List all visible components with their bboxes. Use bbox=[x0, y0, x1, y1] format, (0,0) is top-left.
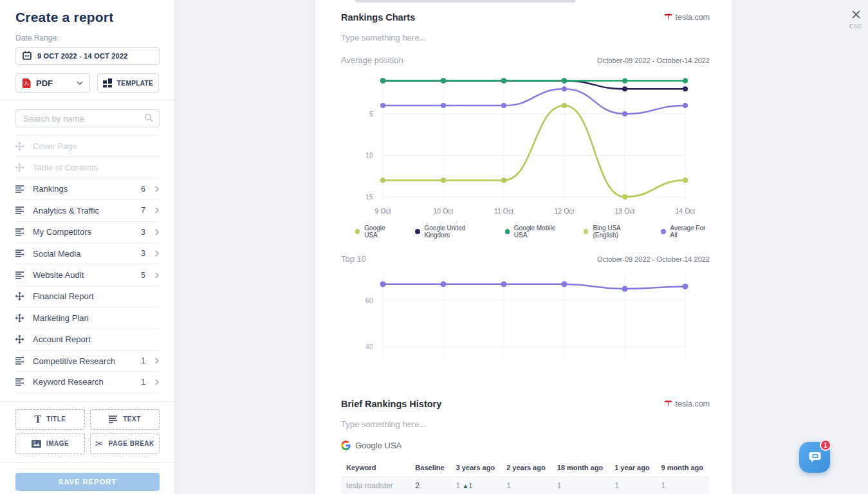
domain-chip: tesla.com bbox=[664, 13, 710, 22]
report-sections-list: Cover Page Table of Contents Rankings 6 … bbox=[15, 135, 159, 393]
list-icon bbox=[15, 185, 24, 193]
close-icon bbox=[851, 10, 861, 19]
rank-cell: 1 bbox=[501, 477, 552, 494]
search-icon bbox=[144, 113, 154, 125]
rank-cell: 1 ▲1 bbox=[451, 477, 502, 494]
drag-handle-icon bbox=[15, 163, 24, 172]
sidebar-item-cover-page[interactable]: Cover Page bbox=[15, 135, 159, 156]
note-placeholder[interactable]: Type something here... bbox=[341, 419, 710, 429]
svg-text:40: 40 bbox=[365, 343, 373, 351]
legend-item-google-usa[interactable]: Google USA bbox=[355, 224, 396, 239]
svg-text:5: 5 bbox=[369, 110, 373, 118]
legend-item-google-uk[interactable]: Google United Kingdom bbox=[415, 224, 486, 239]
note-placeholder[interactable]: Type something here... bbox=[341, 33, 710, 42]
search-engine-name: Google USA bbox=[355, 441, 402, 450]
title-icon: T bbox=[35, 415, 42, 424]
chart-label: Top 10 bbox=[341, 254, 366, 264]
rankings-history-table: Keyword Baseline 3 years ago 2 years ago… bbox=[341, 461, 710, 494]
rank-cell: 1 bbox=[656, 477, 710, 494]
column-header: Keyword bbox=[341, 461, 410, 477]
chart-date-range: October-09 2022 - October-14 2022 bbox=[597, 255, 710, 263]
chart-label: Average position bbox=[341, 55, 403, 65]
svg-text:13 Oct: 13 Oct bbox=[615, 207, 635, 215]
legend-dot bbox=[661, 229, 665, 234]
domain-chip: tesla.com bbox=[664, 399, 710, 408]
sidebar-item-my-competitors[interactable]: My Competitors 3 bbox=[15, 221, 159, 242]
sidebar-item-account-report[interactable]: Account Report bbox=[15, 329, 159, 350]
sidebar-item-table-of-contents[interactable]: Table of Contents bbox=[15, 156, 159, 178]
sidebar-item-competitive-research[interactable]: Competitive Research 1 bbox=[15, 350, 159, 371]
insert-page-break-button[interactable]: ✂ PAGE BREAK bbox=[90, 434, 160, 454]
date-range-label: Date Range: bbox=[0, 25, 174, 42]
svg-text:60: 60 bbox=[365, 297, 373, 304]
legend-item-average-for-all[interactable]: Average For All bbox=[661, 224, 710, 239]
sidebar-item-website-audit[interactable]: Website Audit 5 bbox=[15, 264, 159, 285]
close-button[interactable]: ESC bbox=[845, 10, 867, 30]
svg-text:15: 15 bbox=[365, 193, 373, 201]
drag-handle-icon bbox=[15, 335, 24, 343]
average-position-chart: 9 Oct10 Oct11 Oct12 Oct13 Oct14 Oct51015 bbox=[341, 66, 714, 221]
keyword-cell: tesla roadster bbox=[341, 477, 410, 494]
report-builder-app: Create a report Date Range: 9 OCT 2022 -… bbox=[0, 0, 868, 494]
svg-text:10: 10 bbox=[365, 151, 373, 159]
template-button[interactable]: TEMPLATE bbox=[97, 73, 159, 93]
svg-text:14 Oct: 14 Oct bbox=[676, 207, 696, 215]
template-grid-icon bbox=[103, 78, 112, 87]
calendar-icon bbox=[23, 51, 32, 62]
insert-text-button[interactable]: TEXT bbox=[90, 409, 160, 430]
report-canvas: Rankings Charts tesla.com Type something… bbox=[315, 0, 732, 494]
save-report-button[interactable]: SAVE REPORT bbox=[15, 473, 160, 491]
list-icon bbox=[15, 250, 24, 257]
sidebar-item-rankings[interactable]: Rankings 6 bbox=[15, 178, 159, 199]
date-range-picker[interactable]: 9 OCT 2022 - 14 OCT 2022 bbox=[15, 47, 160, 65]
insert-title-button[interactable]: T TITLE bbox=[15, 409, 85, 430]
table-row[interactable]: tesla roadster 2 1 ▲1 1 1 1 1 bbox=[341, 477, 710, 494]
drag-handle-icon bbox=[15, 314, 24, 322]
sidebar-item-marketing-plan[interactable]: Marketing Plan bbox=[15, 307, 159, 328]
drag-handle-icon bbox=[15, 142, 24, 151]
search-input[interactable] bbox=[15, 109, 160, 127]
svg-text:9 Oct: 9 Oct bbox=[374, 207, 391, 215]
svg-text:10 Oct: 10 Oct bbox=[434, 207, 454, 215]
tesla-logo-icon bbox=[664, 14, 672, 22]
baseline-cell: 2 bbox=[410, 477, 450, 494]
column-header: 1 year ago bbox=[609, 461, 656, 477]
pdf-icon bbox=[23, 78, 31, 88]
sidebar-item-analytics-traffic[interactable]: Analytics & Traffic 7 bbox=[15, 199, 159, 221]
column-header: 9 month ago bbox=[656, 461, 710, 477]
list-icon bbox=[15, 378, 24, 386]
column-header: 18 month ago bbox=[552, 461, 610, 477]
chat-bubble-icon bbox=[808, 450, 822, 464]
column-header: Baseline bbox=[410, 461, 450, 477]
legend-dot bbox=[415, 229, 420, 234]
domain-name: tesla.com bbox=[676, 13, 710, 22]
rank-delta: ▲1 bbox=[463, 482, 472, 489]
column-header: 3 years ago bbox=[451, 461, 502, 477]
legend-item-google-mobile-usa[interactable]: Google Mobile USA bbox=[505, 224, 566, 239]
notification-badge: 1 bbox=[820, 439, 831, 451]
chevron-right-icon bbox=[155, 379, 159, 385]
domain-name: tesla.com bbox=[676, 399, 710, 408]
legend-item-bing-usa[interactable]: Bing USA (English) bbox=[584, 224, 642, 239]
svg-text:12 Oct: 12 Oct bbox=[555, 207, 575, 215]
brief-rankings-history-widget: Brief Rankings History tesla.com Type so… bbox=[315, 363, 732, 494]
chart-legend: Google USA Google United Kingdom Google … bbox=[341, 224, 710, 239]
column-header: 2 years ago bbox=[501, 461, 552, 477]
insert-image-button[interactable]: IMAGE bbox=[15, 434, 85, 454]
format-select[interactable]: PDF bbox=[15, 73, 90, 93]
list-icon bbox=[15, 271, 24, 279]
sidebar-item-social-media[interactable]: Social Media 3 bbox=[15, 242, 159, 264]
page-title: Create a report bbox=[0, 0, 174, 25]
chevron-right-icon bbox=[155, 250, 159, 257]
date-range-value: 9 OCT 2022 - 14 OCT 2022 bbox=[37, 52, 128, 60]
chevron-right-icon bbox=[155, 229, 159, 235]
scissors-icon: ✂ bbox=[95, 439, 104, 448]
esc-label: ESC bbox=[845, 23, 867, 30]
report-builder-sidebar: Create a report Date Range: 9 OCT 2022 -… bbox=[0, 0, 175, 494]
sidebar-item-financial-report[interactable]: Financial Report bbox=[15, 286, 159, 307]
list-icon bbox=[15, 357, 24, 365]
sidebar-item-keyword-research[interactable]: Keyword Research 1 bbox=[15, 371, 159, 392]
text-icon bbox=[109, 416, 118, 423]
legend-dot bbox=[505, 229, 510, 234]
chevron-down-icon bbox=[77, 81, 83, 85]
